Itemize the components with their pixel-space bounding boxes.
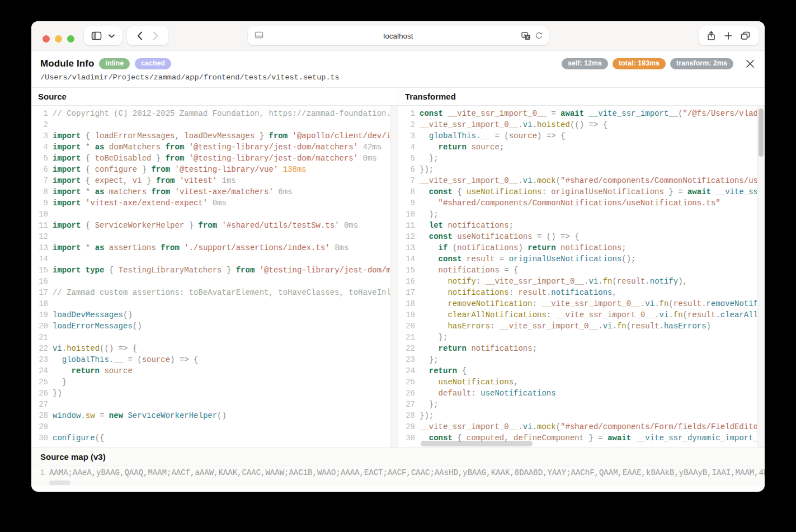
code-line: 16 notify: __vite_ssr_import_0__.vi.fn(r… bbox=[398, 276, 765, 287]
sidebar-icon[interactable] bbox=[91, 31, 102, 40]
line-number: 28 bbox=[31, 410, 48, 421]
address-bar[interactable]: localhost x A bbox=[248, 26, 549, 45]
page-title: Module Info bbox=[40, 58, 94, 69]
code-line: 21 }; bbox=[398, 332, 765, 343]
line-number: 4 bbox=[398, 142, 415, 153]
code-line: 29 bbox=[31, 421, 398, 432]
line-number: 14 bbox=[398, 253, 415, 265]
chevron-down-icon[interactable] bbox=[109, 34, 115, 38]
zoom-window-button[interactable] bbox=[67, 35, 74, 43]
code-line: 1const __vite_ssr_import_0__ = await __v… bbox=[398, 108, 765, 119]
code-line: 10 bbox=[31, 209, 398, 220]
code-line: 23 }; bbox=[398, 354, 765, 365]
sourcemap-horizontal-scrollbar[interactable] bbox=[49, 481, 70, 485]
code-line: 21 bbox=[31, 332, 398, 343]
line-number: 6 bbox=[31, 164, 48, 175]
line-number: 3 bbox=[31, 130, 48, 142]
sourcemap-mappings: AAMA;AAeA,yBAAG,QAAQ,MAAM;AACf,aAAW,KAAK… bbox=[49, 467, 765, 479]
code-line: 12 const useNotifications = () => { bbox=[398, 231, 765, 242]
code-line: 26}) bbox=[31, 388, 398, 399]
code-line: 28}); bbox=[398, 410, 765, 421]
code-line: 20 hasErrors: __vite_ssr_import_0__.vi.f… bbox=[398, 321, 765, 332]
line-number: 10 bbox=[31, 209, 48, 220]
line-number: 25 bbox=[398, 376, 415, 388]
code-line: 28window.sw = new ServiceWorkerHelper() bbox=[31, 410, 398, 421]
line-number: 2 bbox=[398, 119, 415, 130]
line-number: 12 bbox=[398, 231, 415, 242]
source-vertical-scrollbar[interactable] bbox=[390, 106, 398, 448]
line-number: 7 bbox=[398, 175, 415, 186]
code-line: 4 return source; bbox=[398, 142, 765, 153]
transformed-horizontal-scrollbar[interactable] bbox=[421, 441, 533, 446]
close-icon[interactable] bbox=[745, 58, 756, 69]
line-number: 7 bbox=[31, 175, 48, 186]
module-path: /Users/vladimir/Projects/zammad/app/fron… bbox=[40, 73, 756, 82]
line-number: 18 bbox=[31, 298, 48, 309]
browser-toolbar: localhost x A bbox=[31, 21, 765, 51]
code-line: 4import * as domMatchers from '@testing-… bbox=[31, 142, 398, 153]
line-number: 24 bbox=[398, 365, 415, 376]
line-number: 20 bbox=[398, 321, 415, 332]
line-number: 11 bbox=[398, 220, 415, 231]
line-number: 21 bbox=[398, 332, 415, 343]
code-line: 19 clearAllNotifications: __vite_ssr_imp… bbox=[398, 309, 765, 321]
line-number: 12 bbox=[31, 231, 48, 242]
code-line: 5import { toBeDisabled } from '@testing-… bbox=[31, 153, 398, 164]
code-line: 25 useNotifications, bbox=[398, 376, 765, 388]
source-pane-title: Source bbox=[31, 88, 398, 106]
code-line: 30configure({ bbox=[31, 432, 398, 444]
nav-buttons-group bbox=[127, 26, 168, 45]
tab-overview-icon[interactable] bbox=[741, 31, 750, 40]
page-icon[interactable] bbox=[255, 31, 263, 40]
line-number: 25 bbox=[31, 376, 48, 388]
line-number: 1 bbox=[398, 108, 415, 119]
share-icon[interactable] bbox=[707, 31, 715, 41]
code-line: 3 globalThis.__ = (source) => { bbox=[398, 130, 765, 142]
line-number: 30 bbox=[31, 432, 48, 444]
code-line: 17 notifications: result.notifications, bbox=[398, 287, 765, 298]
line-number: 1 bbox=[31, 108, 48, 119]
line-number: 16 bbox=[398, 276, 415, 287]
new-tab-icon[interactable] bbox=[724, 32, 732, 40]
code-line: 27 }; bbox=[398, 399, 765, 410]
line-number: 28 bbox=[398, 410, 415, 421]
code-line: 15import type { TestingLibraryMatchers }… bbox=[31, 265, 398, 276]
forward-icon[interactable] bbox=[153, 31, 158, 40]
line-number: 15 bbox=[398, 265, 415, 276]
minimize-window-button[interactable] bbox=[55, 35, 62, 43]
self-time-badge: self: 12ms bbox=[562, 58, 608, 69]
code-line: 9 "#shared/components/CommonNotification… bbox=[398, 197, 765, 209]
transformed-scrollbar-thumb[interactable] bbox=[759, 109, 764, 157]
sidebar-toggle-group bbox=[84, 26, 122, 45]
line-number: 30 bbox=[398, 432, 415, 444]
url-text[interactable]: localhost bbox=[248, 32, 549, 40]
code-line: 11 let notifications; bbox=[398, 220, 765, 231]
code-line: 8 const { useNotifications: originalUseN… bbox=[398, 186, 765, 197]
line-number: 16 bbox=[31, 276, 48, 287]
code-line: 16 bbox=[31, 276, 398, 287]
module-info-header: Module Info inline cached self: 12ms tot… bbox=[31, 51, 765, 87]
line-number: 29 bbox=[31, 421, 48, 432]
code-line: 1// Copyright (C) 2012-2025 Zammad Found… bbox=[31, 108, 398, 119]
translate-icon[interactable]: x A bbox=[521, 32, 531, 40]
line-number: 19 bbox=[398, 309, 415, 321]
line-number: 13 bbox=[398, 242, 415, 253]
line-number: 19 bbox=[31, 309, 48, 321]
back-icon[interactable] bbox=[137, 31, 143, 40]
code-line: 24 return { bbox=[398, 365, 765, 376]
sourcemap-line-number: 1 bbox=[31, 467, 45, 479]
code-line: 27 bbox=[31, 399, 398, 410]
code-line: 7import { expect, vi } from 'vitest' 1ms bbox=[31, 175, 398, 186]
source-pane: Source 1// Copyright (C) 2012-2025 Zamma… bbox=[31, 88, 398, 448]
transformed-pane: Transformed 1const __vite_ssr_import_0__… bbox=[398, 88, 765, 448]
inline-badge: inline bbox=[99, 58, 130, 69]
line-number: 15 bbox=[31, 265, 48, 276]
reload-icon[interactable] bbox=[535, 31, 543, 40]
code-line: 26 default: useNotifications bbox=[398, 388, 765, 399]
line-number: 3 bbox=[398, 130, 415, 142]
line-number: 8 bbox=[31, 186, 48, 197]
line-number: 17 bbox=[31, 287, 48, 298]
line-number: 27 bbox=[31, 399, 48, 410]
transformed-vertical-scrollbar[interactable] bbox=[757, 106, 765, 448]
close-window-button[interactable] bbox=[43, 35, 50, 43]
